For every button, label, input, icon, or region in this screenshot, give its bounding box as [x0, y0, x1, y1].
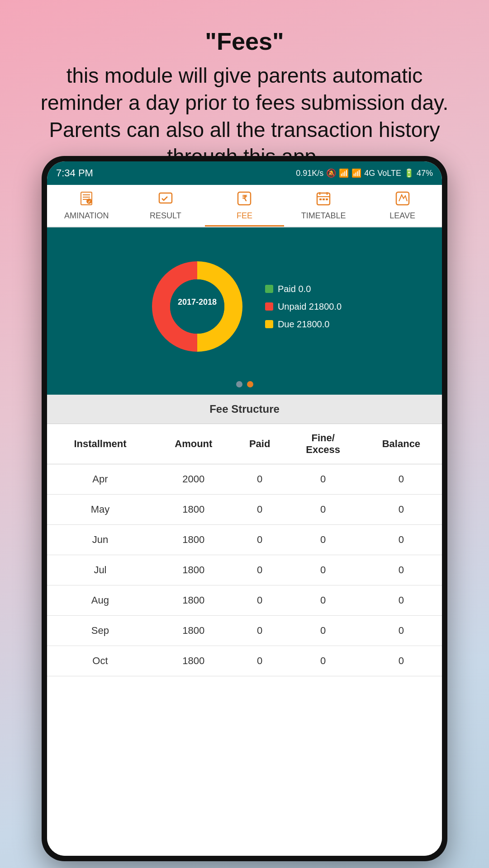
due-label: Due 21800.0	[278, 319, 330, 330]
cell-fine: 0	[285, 464, 360, 495]
signal-icon: 📶	[351, 168, 361, 178]
cell-amount: 1800	[153, 495, 234, 525]
svg-rect-15	[326, 198, 328, 200]
cell-installment: May	[47, 495, 153, 525]
unpaid-label: Unpaid 21800.0	[278, 302, 342, 312]
cell-installment: Oct	[47, 646, 153, 676]
cell-installment: Aug	[47, 585, 153, 616]
donut-svg: 2017-2018	[147, 257, 247, 356]
table-row: Jul 1800 0 0 0	[47, 555, 442, 585]
page-description: this module will give parents automatic …	[41, 64, 449, 168]
table-row: Apr 2000 0 0 0	[47, 464, 442, 495]
svg-rect-16	[396, 192, 409, 205]
cell-balance: 0	[361, 646, 442, 676]
cell-balance: 0	[361, 585, 442, 616]
cell-fine: 0	[285, 495, 360, 525]
nav-label-timetable: TIMETABLE	[301, 211, 346, 221]
legend-unpaid: Unpaid 21800.0	[265, 302, 342, 312]
mute-icon: 🔕	[326, 168, 336, 178]
cell-amount: 1800	[153, 525, 234, 555]
examination-icon: ✓	[79, 191, 94, 209]
cell-fine: 0	[285, 585, 360, 616]
nav-item-examination[interactable]: ✓ AMINATION	[47, 185, 126, 226]
cell-fine: 0	[285, 616, 360, 646]
nav-item-leave[interactable]: LEAVE	[363, 185, 442, 226]
cell-fine: 0	[285, 525, 360, 555]
svg-rect-14	[323, 198, 325, 200]
unpaid-color-dot	[265, 302, 273, 311]
nav-label-result: RESULT	[150, 211, 181, 221]
cell-paid: 0	[234, 616, 286, 646]
page-title: "Fees"	[36, 27, 453, 55]
table-title: Fee Structure	[47, 395, 442, 424]
network-speed: 0.91K/s	[296, 169, 323, 178]
timetable-icon	[316, 191, 331, 209]
table-row: May 1800 0 0 0	[47, 495, 442, 525]
cell-paid: 0	[234, 495, 286, 525]
col-installment: Installment	[47, 424, 153, 464]
table-row: Aug 1800 0 0 0	[47, 585, 442, 616]
table-row: Sep 1800 0 0 0	[47, 616, 442, 646]
carousel-dots	[47, 381, 442, 395]
cell-paid: 0	[234, 646, 286, 676]
nav-item-timetable[interactable]: TIMETABLE	[284, 185, 363, 226]
chart-area: 2017-2018 Paid 0.0 Unpaid 21800.0 Due 21…	[47, 227, 442, 381]
cell-balance: 0	[361, 464, 442, 495]
wifi-icon: 📶	[339, 168, 349, 178]
phone-frame: 7:34 PM 0.91K/s 🔕 📶 📶 4G VoLTE 🔋 47%	[42, 156, 447, 861]
status-bar: 7:34 PM 0.91K/s 🔕 📶 📶 4G VoLTE 🔋 47%	[47, 161, 442, 185]
legend-paid: Paid 0.0	[265, 284, 342, 294]
fee-table: Installment Amount Paid Fine/Excess Bala…	[47, 424, 442, 676]
svg-point-19	[170, 279, 224, 334]
status-time: 7:34 PM	[56, 167, 93, 179]
cell-paid: 0	[234, 585, 286, 616]
nav-label-examination: AMINATION	[64, 211, 109, 221]
cell-amount: 1800	[153, 555, 234, 585]
col-amount: Amount	[153, 424, 234, 464]
cell-fine: 0	[285, 555, 360, 585]
battery-icon: 🔋	[404, 168, 414, 178]
table-row: Jun 1800 0 0 0	[47, 525, 442, 555]
table-header-row: Installment Amount Paid Fine/Excess Bala…	[47, 424, 442, 464]
col-balance: Balance	[361, 424, 442, 464]
cell-amount: 2000	[153, 464, 234, 495]
paid-color-dot	[265, 285, 273, 293]
carousel-dot-2[interactable]	[247, 381, 253, 387]
cell-amount: 1800	[153, 616, 234, 646]
col-paid: Paid	[234, 424, 286, 464]
fee-structure-section: Fee Structure Installment Amount Paid Fi…	[47, 395, 442, 856]
paid-label: Paid 0.0	[278, 284, 311, 294]
carousel-dot-1[interactable]	[236, 381, 242, 387]
cell-fine: 0	[285, 646, 360, 676]
svg-text:✓: ✓	[88, 200, 91, 204]
status-icons: 0.91K/s 🔕 📶 📶 4G VoLTE 🔋 47%	[296, 168, 433, 178]
svg-rect-13	[319, 198, 322, 200]
cell-balance: 0	[361, 555, 442, 585]
svg-text:2017-2018: 2017-2018	[178, 297, 217, 307]
cell-paid: 0	[234, 525, 286, 555]
legend-due: Due 21800.0	[265, 319, 342, 330]
cell-paid: 0	[234, 464, 286, 495]
cell-installment: Apr	[47, 464, 153, 495]
chart-legend: Paid 0.0 Unpaid 21800.0 Due 21800.0	[265, 284, 342, 330]
col-fine: Fine/Excess	[285, 424, 360, 464]
leave-icon	[395, 191, 410, 209]
nav-item-fee[interactable]: ₹ FEE	[205, 185, 284, 226]
nav-bar: ✓ AMINATION RESULT ₹	[47, 185, 442, 227]
cell-amount: 1800	[153, 585, 234, 616]
cell-installment: Sep	[47, 616, 153, 646]
cell-balance: 0	[361, 495, 442, 525]
cell-installment: Jul	[47, 555, 153, 585]
nav-item-result[interactable]: RESULT	[126, 185, 205, 226]
nav-label-fee: FEE	[237, 211, 252, 221]
phone-screen: 7:34 PM 0.91K/s 🔕 📶 📶 4G VoLTE 🔋 47%	[47, 161, 442, 856]
cell-amount: 1800	[153, 646, 234, 676]
cell-paid: 0	[234, 555, 286, 585]
cell-installment: Jun	[47, 525, 153, 555]
donut-chart: 2017-2018	[147, 257, 247, 356]
cell-balance: 0	[361, 616, 442, 646]
nav-label-leave: LEAVE	[389, 211, 415, 221]
battery-percent: 47%	[417, 169, 433, 178]
table-row: Oct 1800 0 0 0	[47, 646, 442, 676]
volte-label: 4G VoLTE	[364, 169, 401, 178]
